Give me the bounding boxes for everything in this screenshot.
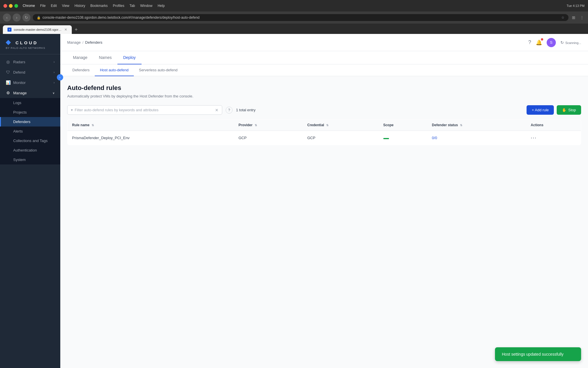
table-header: Rule name ⇅ Provider ⇅ Credential ⇅ Sc	[67, 120, 581, 131]
cell-credential: GCP	[303, 131, 378, 145]
sidebar-item-manage[interactable]: ⚙ Manage ∨	[0, 88, 60, 98]
row-actions-menu[interactable]: ···	[531, 135, 537, 141]
sidebar: ◆ CLOUD BY PALO ALTO NETWORKS ◎ Radars ›…	[0, 34, 60, 368]
sidebar-item-collections-tags[interactable]: Collections and Tags	[0, 136, 60, 145]
maximize-button[interactable]	[14, 4, 18, 8]
defend-icon: 🛡	[6, 70, 10, 74]
main-content: Manage / Defenders ? 🔔 S ↻ Scanning... M…	[60, 34, 588, 368]
filter-icon: ▾	[71, 108, 73, 112]
notification-badge	[541, 38, 543, 41]
new-tab-button[interactable]: +	[72, 27, 80, 33]
menu-file[interactable]: File	[40, 4, 46, 8]
sidebar-item-defenders[interactable]: Defenders	[0, 117, 60, 126]
page-title: Auto-defend rules	[67, 84, 581, 92]
close-button[interactable]	[3, 4, 7, 8]
browser-tab-active[interactable]: T console-master-demo2108.sgord... ✕	[3, 25, 72, 34]
tab-favicon: T	[7, 28, 11, 32]
help-button[interactable]: ?	[528, 39, 531, 45]
subtab-serverless-auto-defend[interactable]: Serverless auto-defend	[134, 64, 183, 76]
manage-chevron-icon: ∨	[53, 91, 55, 95]
scanning-icon: ↻	[560, 40, 564, 45]
bookmark-icon[interactable]: ☆	[561, 16, 564, 20]
notifications-button[interactable]: 🔔	[536, 39, 542, 46]
sidebar-item-monitor[interactable]: 📊 Monitor ›	[0, 77, 60, 88]
time-display: Tue 4:13 PM	[566, 4, 585, 7]
col-provider[interactable]: Provider ⇅	[234, 120, 303, 131]
tab-names[interactable]: Names	[93, 51, 117, 64]
sidebar-item-alerts[interactable]: Alerts	[0, 126, 60, 136]
sidebar-item-logs[interactable]: Logs	[0, 98, 60, 108]
menu-bookmarks[interactable]: Bookmarks	[90, 4, 108, 8]
filter-clear-button[interactable]: ✕	[215, 108, 218, 112]
menu-history[interactable]: History	[75, 4, 85, 8]
sidebar-item-projects[interactable]: Projects	[0, 108, 60, 117]
toast-notification: Host settings updated successfully	[495, 347, 581, 361]
filter-input[interactable]	[75, 106, 215, 114]
user-avatar[interactable]: S	[547, 38, 556, 47]
add-rule-button[interactable]: + Add rule	[527, 105, 554, 115]
cell-defender-status: 0/0	[427, 131, 526, 145]
col-rule-name[interactable]: Rule name ⇅	[67, 120, 234, 131]
sidebar-item-defend[interactable]: 🛡 Defend ›	[0, 67, 60, 77]
scanning-status: ↻ Scanning...	[560, 39, 581, 45]
menu-tab[interactable]: Tab	[129, 4, 135, 8]
address-bar[interactable]: 🔒 console-master-demo2108.sgordon.demo.t…	[33, 14, 568, 21]
sidebar-item-radars[interactable]: ◎ Radars ›	[0, 57, 60, 67]
menu-chrome[interactable]: Chrome	[23, 4, 35, 8]
stop-button[interactable]: ✋ Stop	[557, 105, 581, 115]
monitor-chevron-icon: ›	[54, 81, 55, 84]
sidebar-item-authentication[interactable]: Authentication	[0, 145, 60, 155]
sidebar-collapse-button[interactable]: ‹	[57, 74, 63, 80]
forward-button[interactable]: ›	[13, 14, 21, 22]
page-tabs: Manage Names Deploy	[60, 51, 588, 64]
menu-window[interactable]: Window	[140, 4, 152, 8]
tab-title: console-master-demo2108.sgord...	[14, 28, 62, 31]
menu-help[interactable]: Help	[158, 4, 165, 8]
cell-provider: GCP	[234, 131, 303, 145]
browser-toolbar: ‹ › ↻ 🔒 console-master-demo2108.sgordon.…	[0, 12, 588, 24]
logo-label: CLOUD	[16, 40, 38, 45]
manage-icon: ⚙	[6, 91, 10, 95]
reload-button[interactable]: ↻	[22, 14, 30, 22]
menu-profiles[interactable]: Profiles	[113, 4, 124, 8]
menu-edit[interactable]: Edit	[51, 4, 57, 8]
cell-scope	[379, 131, 428, 145]
browser-titlebar: Chrome File Edit View History Bookmarks …	[0, 0, 588, 12]
table-body: PrismaDefender_Deploy_PCI_Env GCP GCP 0/…	[67, 131, 581, 145]
browser-tabs-bar: T console-master-demo2108.sgord... ✕ +	[0, 24, 588, 34]
tab-close-button[interactable]: ✕	[64, 28, 67, 32]
top-bar-icons: ? 🔔 S ↻ Scanning...	[528, 38, 581, 47]
sidebar-defend-label: Defend	[13, 70, 25, 74]
col-credential[interactable]: Credential ⇅	[303, 120, 378, 131]
back-button[interactable]: ‹	[3, 14, 11, 22]
minimize-button[interactable]	[9, 4, 13, 8]
tab-deploy[interactable]: Deploy	[117, 51, 142, 64]
subtab-host-auto-defend[interactable]: Host auto-defend	[95, 64, 134, 76]
extensions-icon[interactable]: ⊞	[571, 15, 577, 20]
filter-input-wrapper[interactable]: ▾ ✕	[67, 105, 222, 115]
sidebar-item-system[interactable]: System	[0, 155, 60, 164]
breadcrumb-defenders: Defenders	[85, 40, 102, 45]
total-count: 1 total entry	[236, 108, 256, 112]
filter-bar: ▾ ✕ ? 1 total entry + Add rule ✋ Stop	[67, 105, 581, 115]
breadcrumb: Manage / Defenders	[67, 40, 102, 45]
tab-manage[interactable]: Manage	[67, 51, 93, 64]
breadcrumb-manage[interactable]: Manage	[67, 40, 81, 45]
subtab-defenders[interactable]: Defenders	[67, 64, 95, 76]
nav-buttons: ‹ › ↻	[3, 14, 30, 22]
toolbar-icons: ⊞ ⋮	[571, 15, 585, 20]
defender-status-link[interactable]: 0/0	[432, 136, 437, 140]
radars-chevron-icon: ›	[54, 60, 55, 64]
col-defender-status[interactable]: Defender status ⇅	[427, 120, 526, 131]
col-scope[interactable]: Scope	[379, 120, 428, 131]
sub-tabs: Defenders Host auto-defend Serverless au…	[60, 64, 588, 76]
more-icon[interactable]: ⋮	[579, 15, 585, 20]
sidebar-logo: ◆ CLOUD BY PALO ALTO NETWORKS	[0, 34, 60, 54]
sidebar-navigation: ◎ Radars › 🛡 Defend › 📊 Monitor › ⚙ Mana…	[0, 54, 60, 368]
top-bar: Manage / Defenders ? 🔔 S ↻ Scanning...	[60, 34, 588, 51]
filter-help-icon[interactable]: ?	[226, 107, 233, 114]
defend-chevron-icon: ›	[54, 71, 55, 74]
scope-indicator	[383, 138, 389, 139]
traffic-lights	[3, 4, 18, 8]
menu-view[interactable]: View	[62, 4, 69, 8]
